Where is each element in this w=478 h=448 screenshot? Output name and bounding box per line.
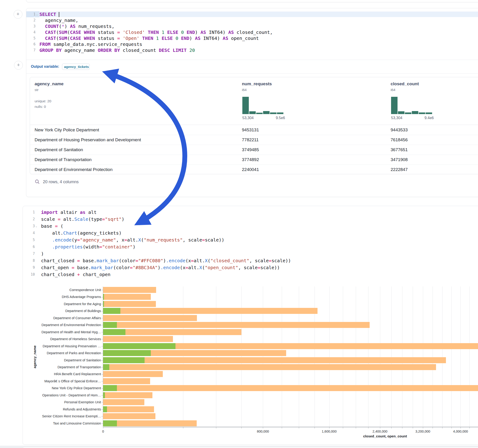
gridline xyxy=(442,286,442,427)
code-token xyxy=(159,36,162,41)
y-axis-label: Department of Homeless Services xyxy=(50,336,101,342)
table-column-header: agency_namestrunique: 20nulls: 0 xyxy=(35,81,64,109)
code-token xyxy=(120,30,123,35)
code-line[interactable]: agency_name, xyxy=(39,18,478,23)
code-line[interactable]: FROM sample_data.nyc.service_requests xyxy=(39,42,478,47)
code-line[interactable]: chart_closed + chart_open xyxy=(41,272,478,277)
search-icon xyxy=(35,179,40,184)
code-token: = xyxy=(258,265,260,270)
code-token: mark_bar xyxy=(91,265,113,270)
code-token: 1 xyxy=(156,36,159,41)
code-token xyxy=(159,30,162,35)
code-line[interactable]: import altair as alt xyxy=(41,210,478,215)
x-tick-mark xyxy=(391,427,391,428)
code-token: "sqrt" xyxy=(105,216,121,222)
histogram-bar xyxy=(249,111,256,114)
add-cell-button-top[interactable]: + xyxy=(14,10,22,19)
code-line[interactable]: chart_open = base.mark_bar(color="#8BC34… xyxy=(41,265,478,270)
line-number: 7 xyxy=(33,252,35,256)
line-number: 5 xyxy=(33,36,36,40)
code-token xyxy=(173,36,176,41)
plot-area xyxy=(103,286,478,427)
histogram-bar xyxy=(391,97,397,114)
code-line[interactable]: alt.Chart(agency_tickets) xyxy=(41,230,478,236)
line-number: 7 xyxy=(33,48,36,52)
code-token: COUNT xyxy=(45,24,59,29)
x-axis-title: closed_count, open_count xyxy=(363,434,407,438)
add-cell-button-middle[interactable]: + xyxy=(14,61,23,70)
output-variable-pill[interactable]: agency_tickets xyxy=(62,64,90,70)
code-token: .encode xyxy=(166,258,185,263)
code-token: Chart xyxy=(63,230,77,236)
code-line[interactable]: chart_closed = base.mark_bar(color="#FFC… xyxy=(41,258,478,263)
code-line[interactable]: COUNT(*) AS num_requests, xyxy=(39,24,478,29)
line-gutter: 7 xyxy=(26,47,39,53)
gridline xyxy=(452,286,452,427)
code-token: ) xyxy=(64,24,70,29)
code-line[interactable]: scale = alt.Scale(type="sqrt") xyxy=(41,216,478,222)
code-token: ( xyxy=(58,223,63,229)
python-line: 1import altair as alt xyxy=(23,209,478,216)
code-line[interactable]: CAST(SUM(CASE WHEN status = 'Closed' THE… xyxy=(39,30,478,35)
bar-closed xyxy=(103,315,197,321)
code-line[interactable]: .properties(width="container") xyxy=(41,244,478,249)
code-token xyxy=(56,12,59,17)
code-token: = xyxy=(102,216,105,222)
code-token xyxy=(184,30,187,35)
gridline xyxy=(299,286,299,427)
sql-cell: 1⌄SELECT 2 agency_name,3 COUNT(*) AS num… xyxy=(26,8,478,197)
code-token: , x xyxy=(116,237,124,243)
x-tick-label: 0 xyxy=(102,429,104,433)
code-token: sample_data.nyc.service_requests xyxy=(50,42,142,47)
fold-chevron-icon[interactable]: ⌄ xyxy=(35,225,38,228)
code-token xyxy=(164,30,167,35)
gridline xyxy=(391,286,391,427)
output-variable-label: Output variable: xyxy=(31,64,59,69)
bar-closed xyxy=(103,357,446,363)
code-line[interactable]: CAST(SUM(CASE WHEN status = 'Open' THEN … xyxy=(39,36,478,41)
bar-closed xyxy=(103,308,318,314)
code-token: = xyxy=(202,237,205,243)
sql-code-editor[interactable]: 1⌄SELECT 2 agency_name,3 COUNT(*) AS num… xyxy=(26,11,478,53)
y-axis-label: Department of Housing Preservation … xyxy=(43,343,101,350)
gridline xyxy=(241,286,242,427)
bar-open xyxy=(103,357,145,363)
code-token: chart_closed xyxy=(41,258,77,263)
gridline xyxy=(282,286,282,427)
code-token: 0 xyxy=(176,36,178,41)
python-line: 7) xyxy=(23,250,478,257)
code-token: AS xyxy=(70,24,76,29)
code-line[interactable]: base = ( xyxy=(41,223,478,229)
gridline xyxy=(433,286,433,427)
y-axis-label: Department of Parks and Recreation xyxy=(47,350,101,356)
code-token: = xyxy=(191,258,194,263)
code-token: ( xyxy=(208,258,211,263)
x-tick-mark xyxy=(356,427,356,428)
line-number: 10 xyxy=(31,272,35,277)
line-gutter: 7 xyxy=(23,250,41,257)
code-line[interactable]: SELECT xyxy=(39,12,478,17)
fold-chevron-icon[interactable]: ⌄ xyxy=(36,13,38,16)
code-line[interactable]: .encode(y="agency_name", x=alt.X("num_re… xyxy=(41,237,478,243)
code-token: GROUP BY xyxy=(39,48,62,53)
code-token: DESC xyxy=(159,48,170,53)
line-gutter: 2 xyxy=(23,216,41,223)
y-axis-label: Operations Unit - Department of Hom… xyxy=(42,392,101,399)
y-axis-label: DHS Advantage Programs xyxy=(62,293,101,300)
python-line: 10chart_closed + chart_open xyxy=(23,271,478,278)
code-line[interactable]: GROUP BY agency_name ORDER BY closed_cou… xyxy=(39,48,478,53)
table-footer[interactable]: 20 rows, 4 columns xyxy=(35,179,79,184)
code-token: (x xyxy=(185,258,191,263)
x-tick-mark xyxy=(299,427,299,428)
line-gutter: 9 xyxy=(23,264,41,271)
line-gutter: 1⌄ xyxy=(26,11,39,17)
code-line[interactable]: ) xyxy=(41,251,478,256)
code-token: = xyxy=(269,258,271,263)
code-token: 'Open' xyxy=(123,36,139,41)
code-token: closed_count, xyxy=(234,30,273,35)
x-tick-mark xyxy=(460,427,461,428)
code-token: = xyxy=(117,36,120,41)
code-token xyxy=(41,237,52,243)
histogram-bar xyxy=(256,113,263,114)
python-code-editor[interactable]: 1import altair as alt2scale = alt.Scale(… xyxy=(23,209,478,278)
